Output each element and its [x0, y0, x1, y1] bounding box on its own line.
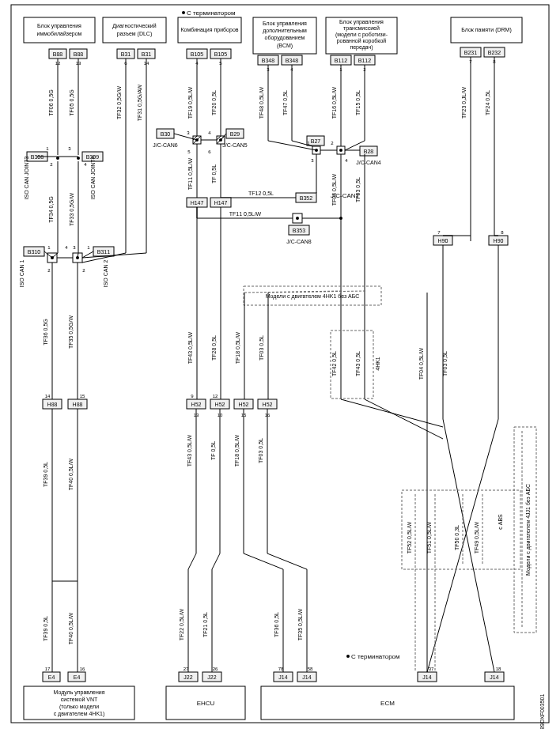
wire-tf33: TF33 0,5G/W — [69, 193, 74, 226]
conn-B112a: B112 — [335, 58, 347, 63]
svg-text:18: 18 — [496, 667, 501, 671]
conn-B232: B232 — [488, 50, 501, 55]
wire-tf28: TF28 0,5L — [211, 335, 217, 361]
wiring-diagram: С терминатором Блок управления иммобилай… — [0, 0, 560, 729]
wire-tf18: TF18 0,5L/W — [235, 331, 240, 364]
steering-l2: разъем (DLC) — [117, 31, 152, 37]
bcm-l1: Блок управления — [263, 21, 307, 27]
wire-tf18-2: TF18 0,5L/W — [234, 434, 240, 466]
wire-tf23: TF23 0,JL/W — [461, 87, 467, 119]
wire-tf12: TF12 0,5L — [248, 191, 274, 196]
svg-line-162 — [188, 553, 196, 569]
conn-H147b: H147 — [214, 200, 228, 206]
svg-text:15: 15 — [80, 394, 85, 398]
svg-point-88 — [296, 217, 299, 220]
svg-point-67 — [339, 149, 342, 152]
bcm-l4: (BCM) — [277, 43, 293, 49]
iso-can2-label: ISO CAN 2 — [103, 260, 108, 288]
svg-text:3: 3 — [68, 146, 71, 151]
svg-point-34 — [56, 157, 59, 160]
conn-B310: B310 — [28, 249, 40, 255]
conn-B31a: B31 — [121, 51, 131, 57]
wire-tf52: TF52 0,5L/W — [407, 521, 412, 553]
svg-line-153 — [365, 399, 443, 439]
conn-H88b: H88 — [73, 402, 83, 407]
conn-B353: B353 — [293, 228, 305, 233]
jc-can7-label: J/C-CAN7 — [331, 192, 360, 199]
svg-line-165 — [267, 553, 307, 569]
wire-tf43: TF43 0,5L/W — [187, 331, 193, 364]
svg-text:3: 3 — [187, 130, 190, 135]
conn-H90b: H90 — [494, 238, 504, 244]
conn-B105b: B105 — [214, 51, 227, 57]
svg-text:2: 2 — [47, 268, 51, 273]
vnt-l2: системой VNT — [61, 697, 98, 702]
c-abs-label: с ABS — [498, 514, 503, 530]
svg-point-1 — [182, 11, 185, 14]
trans-l4: рованной коробкой — [337, 38, 387, 44]
4hk1-no-abs-label: Модели с двигателем 4HK1 без АБС — [266, 293, 360, 300]
wire-tf03-3: TF03 0,5L — [442, 351, 448, 376]
conn-B28: B28 — [364, 149, 374, 154]
wire-tf40: TF40 0,5L/W — [68, 458, 74, 490]
svg-line-164 — [244, 553, 283, 569]
conn-J22a: J22 — [184, 674, 192, 680]
conn-B112b: B112 — [358, 58, 371, 63]
bcm-l2: дополнительным — [263, 28, 307, 34]
svg-text:6: 6 — [208, 149, 211, 154]
bcm-l3: оборудованием — [265, 35, 305, 41]
iso-j3-label: ISO CAN JOINT3 — [24, 156, 29, 199]
wire-tf21: TF21 0,5L — [202, 612, 208, 637]
wire-tf05: TF05 0,5G — [69, 89, 74, 115]
immobilizer-l1: Блок управления — [37, 23, 81, 29]
conn-J14c: J14 — [422, 674, 431, 680]
steering-l1: Диагностический — [112, 23, 156, 29]
wire-tf05l2: TF 0,5L — [210, 441, 216, 460]
wire-tf04: TF04 0,5L/W — [331, 173, 337, 206]
svg-text:17: 17 — [45, 667, 51, 671]
conn-B88a: B88 — [53, 51, 63, 57]
trans-l1: Блок управления — [339, 19, 384, 25]
wire-tf39: TF39 0,5L — [43, 462, 48, 487]
wire-tf20: TF20 0,5L — [211, 90, 217, 115]
wire-tf22: TF22 0,5L/W — [179, 608, 184, 640]
conn-J14b: J14 — [302, 674, 311, 680]
conn-H52d: H52 — [263, 402, 273, 407]
svg-point-190 — [346, 655, 350, 658]
iso-can1-label: ISO CAN 1 — [19, 260, 25, 288]
conn-E4a: E4 — [48, 674, 55, 680]
vnt-l1: Модуль управления — [54, 689, 105, 696]
jc-can6-label: J/C-CAN6 — [153, 142, 178, 148]
svg-rect-128 — [331, 331, 373, 398]
vnt-l4: с двигателем 4HK1) — [54, 711, 105, 717]
vnt-l3: (только модели — [59, 704, 99, 710]
svg-point-35 — [77, 157, 80, 160]
wire-tf31: TF31 0,5G/AW — [137, 84, 142, 121]
conn-J14d: J14 — [490, 674, 498, 680]
svg-text:16: 16 — [80, 667, 85, 671]
conn-B311: B311 — [97, 249, 110, 255]
conn-B348b: B348 — [286, 58, 298, 63]
conn-B30: B30 — [161, 131, 171, 137]
svg-text:26: 26 — [213, 667, 218, 671]
svg-text:2: 2 — [82, 268, 85, 273]
svg-text:12: 12 — [213, 394, 218, 398]
svg-line-150 — [443, 419, 494, 672]
svg-text:3: 3 — [73, 245, 76, 250]
svg-rect-0 — [11, 5, 549, 723]
conn-B348a: B348 — [262, 58, 274, 63]
wire-tf48: TF48 0,5L/W — [259, 86, 264, 119]
conn-B352: B352 — [300, 195, 312, 201]
wire-tf11-2: TF11 0,5L/W — [229, 211, 262, 217]
conn-H90a: H90 — [438, 238, 448, 244]
trans-l3: (модели с роботизи- — [335, 32, 388, 38]
svg-text:7: 7 — [437, 230, 441, 235]
wire-tf19: TF19 0,5L/W — [187, 86, 193, 119]
svg-text:78: 78 — [278, 667, 284, 671]
conn-B29: B29 — [230, 131, 240, 137]
wire-tf47: TF47 0,5L — [282, 90, 288, 115]
conn-B105a: B105 — [191, 51, 203, 57]
wire-tf06: TF06 0,5G — [48, 89, 54, 115]
wire-tf42: TF42 0,5L — [331, 351, 337, 376]
terminator-bottom-label: С терминатором — [351, 653, 400, 660]
